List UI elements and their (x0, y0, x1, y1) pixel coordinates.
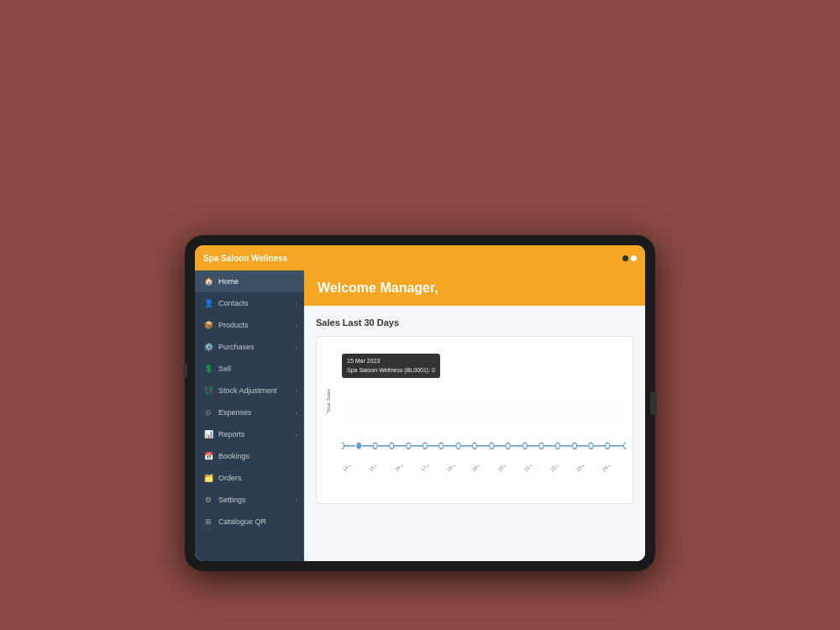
tooltip-series: Spa Saloon Wellness (BL0001): 0 (347, 366, 435, 375)
x-label: 20 Mar 2023 (497, 465, 519, 472)
tablet-side-button (183, 363, 187, 378)
sidebar-item-reports[interactable]: 📊 Reports ‹ (195, 423, 304, 445)
expenses-icon: ⊙ (203, 407, 213, 417)
svg-point-3 (342, 443, 344, 449)
x-label: 14 Mar 2023 (342, 465, 364, 472)
svg-point-13 (506, 443, 510, 449)
svg-point-14 (522, 443, 527, 449)
content-area: Welcome Manager, Sales Last 30 Days 15 M… (304, 270, 645, 561)
svg-point-9 (439, 443, 444, 449)
sidebar-label-settings: Settings (218, 496, 246, 504)
catalogue-icon: ⊞ (203, 517, 213, 527)
svg-point-17 (573, 443, 577, 449)
sidebar-label-stock: Stock Adjustment (218, 386, 277, 395)
svg-point-11 (472, 443, 476, 449)
x-label: 24 Mar 2023 (601, 465, 623, 472)
purchases-arrow: ‹ (295, 344, 297, 351)
y-axis-label: Total Sales (317, 337, 340, 465)
settings-icon: ⚙ (203, 495, 213, 505)
chart-title: Sales Last 30 Days (316, 318, 633, 328)
tablet-home-button (650, 391, 657, 415)
home-icon: 🏠 (203, 276, 213, 286)
stock-arrow: ‹ (295, 387, 297, 395)
sidebar-item-settings[interactable]: ⚙ Settings ‹ (195, 489, 304, 511)
x-label: 19 Mar 2023 (471, 465, 493, 472)
purchases-icon: ⚙️ (203, 342, 213, 352)
reports-arrow: ‹ (295, 431, 297, 438)
tooltip-date: 15 Mar 2023 (347, 357, 435, 366)
chart-svg: 0 (342, 387, 626, 465)
sidebar-item-orders[interactable]: 🗂️ Orders (195, 467, 304, 489)
reports-icon: 📊 (203, 429, 213, 439)
svg-point-6 (390, 443, 394, 449)
sidebar-label-reports: Reports (218, 430, 245, 438)
bookings-icon: 📅 (203, 451, 213, 461)
x-label: 21 Mar 2023 (523, 465, 545, 472)
svg-point-18 (589, 443, 593, 449)
sidebar-label-products: Products (218, 321, 249, 329)
content-body: Sales Last 30 Days 15 Mar 2023 Spa Saloo… (304, 306, 645, 561)
sidebar-item-bookings[interactable]: 📅 Bookings (195, 445, 304, 467)
svg-point-10 (456, 443, 460, 449)
x-label: 16 Mar 2023 (394, 465, 416, 472)
svg-point-12 (490, 443, 494, 449)
x-label: 23 Mar 2023 (575, 465, 597, 472)
products-icon: 📦 (203, 320, 213, 330)
chart-tooltip: 15 Mar 2023 Spa Saloon Wellness (BL0001)… (342, 354, 440, 378)
sidebar-label-sell: Sell (218, 365, 231, 373)
x-axis-labels: 14 Mar 202315 Mar 202316 Mar 202317 Mar … (342, 465, 626, 503)
x-label: 18 Mar 2023 (446, 465, 468, 472)
x-label: 17 Mar 2023 (420, 465, 442, 472)
content-header: Welcome Manager, (304, 270, 645, 306)
indicator-dot-2 (631, 255, 637, 261)
app-title: Spa Saloon Wellness (203, 254, 617, 263)
sidebar-label-contacts: Contacts (218, 299, 249, 307)
sidebar-item-purchases[interactable]: ⚙️ Purchases ‹ (195, 336, 304, 358)
x-label: 22 Mar 2023 (549, 465, 571, 472)
top-bar: Spa Saloon Wellness (195, 245, 645, 270)
sales-chart: 15 Mar 2023 Spa Saloon Wellness (BL0001)… (316, 336, 633, 504)
sidebar-label-catalogue: Catalogue QR (218, 517, 266, 526)
svg-point-15 (539, 443, 543, 449)
svg-point-5 (373, 443, 377, 449)
expenses-arrow: ‹ (295, 409, 297, 417)
stock-icon: 💱 (203, 386, 213, 396)
sidebar-item-expenses[interactable]: ⊙ Expenses ‹ (195, 402, 304, 423)
sidebar-item-products[interactable]: 📦 Products ‹ (195, 314, 304, 336)
x-label: 15 Mar 2023 (368, 465, 390, 472)
sidebar-label-expenses: Expenses (218, 408, 252, 417)
sidebar-item-sell[interactable]: 💲 Sell (195, 358, 304, 380)
svg-point-7 (407, 443, 411, 449)
tablet-screen: Spa Saloon Wellness 🏠 Home 👤 Contacts ‹ (195, 245, 645, 561)
sidebar-label-home: Home (218, 277, 239, 286)
settings-arrow: ‹ (295, 496, 297, 504)
svg-point-16 (555, 443, 559, 449)
sidebar: 🏠 Home 👤 Contacts ‹ 📦 Products ‹ ⚙️ Purc… (195, 270, 304, 561)
sidebar-label-bookings: Bookings (218, 452, 249, 460)
main-layout: 🏠 Home 👤 Contacts ‹ 📦 Products ‹ ⚙️ Purc… (195, 270, 645, 561)
tablet-device: Spa Saloon Wellness 🏠 Home 👤 Contacts ‹ (185, 235, 655, 571)
svg-point-20 (623, 443, 626, 449)
indicator-dot-1 (622, 255, 628, 261)
sidebar-item-stock[interactable]: 💱 Stock Adjustment ‹ (195, 380, 304, 402)
contacts-icon: 👤 (203, 298, 213, 308)
sidebar-label-purchases: Purchases (218, 343, 255, 351)
topbar-indicators (622, 255, 637, 261)
sell-icon: 💲 (203, 364, 213, 374)
chart-svg-area: 0 (342, 387, 626, 465)
sidebar-item-catalogue[interactable]: ⊞ Catalogue QR (195, 511, 304, 533)
welcome-message: Welcome Manager, (318, 281, 438, 295)
svg-point-8 (423, 443, 427, 449)
orders-icon: 🗂️ (203, 473, 213, 483)
products-arrow: ‹ (295, 322, 297, 329)
contacts-arrow: ‹ (295, 300, 297, 307)
svg-point-21 (356, 442, 362, 449)
sidebar-item-home[interactable]: 🏠 Home (195, 270, 304, 292)
sidebar-item-contacts[interactable]: 👤 Contacts ‹ (195, 292, 304, 314)
svg-point-19 (605, 443, 609, 449)
sidebar-label-orders: Orders (218, 474, 242, 482)
